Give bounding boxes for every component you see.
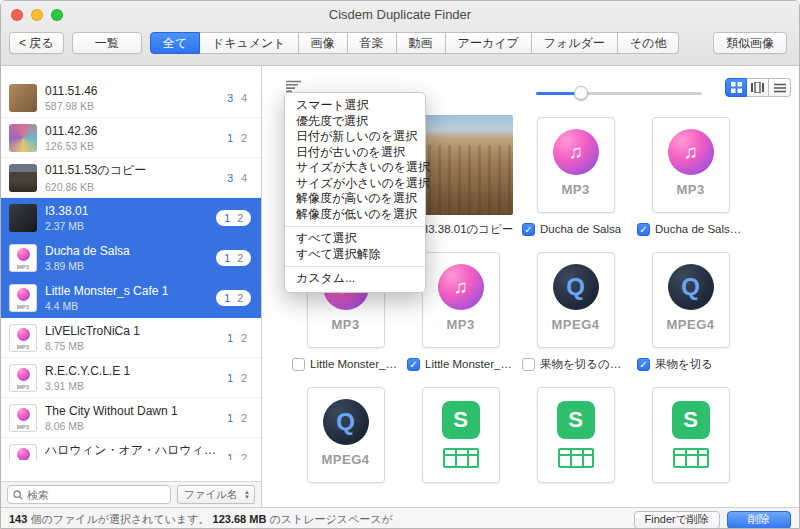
file-thumbnail xyxy=(9,164,37,192)
sidebar-item-011-42-36[interactable]: 011.42.36 126.53 KB 1 2 xyxy=(1,118,261,158)
delete-with-finder-button[interactable]: Finderで削除 xyxy=(634,511,720,529)
total-count: 2 xyxy=(241,332,247,344)
menu-item-select-oldest[interactable]: 日付が古いのを選択 xyxy=(285,145,425,161)
sidebar-item-011-51-46[interactable]: 011.51.46 587.98 KB 3 4 xyxy=(1,78,261,118)
item-checkbox[interactable] xyxy=(522,358,535,371)
list-icon xyxy=(774,83,786,93)
selected-count: 1 xyxy=(227,332,233,344)
filter-label: ファイル名 xyxy=(184,488,242,502)
delete-button[interactable]: 削除 xyxy=(727,511,791,529)
view-list-button[interactable] xyxy=(769,78,791,97)
file-size: 3.89 MB xyxy=(45,260,216,272)
statusbar: 143 個のファイルが選択されています。 123.68 MB のストレージスペー… xyxy=(1,507,799,529)
thumbnail-size-slider[interactable] xyxy=(536,86,702,100)
item-checkbox[interactable]: ✓ xyxy=(637,223,650,236)
duplicate-count-badge: 1 2 xyxy=(216,210,251,226)
file-name: 011.42.36 xyxy=(45,124,223,138)
file-info: Ducha de Salsa 3.89 MB xyxy=(45,244,216,272)
duplicate-count-badge: 3 4 xyxy=(223,172,251,184)
search-input[interactable] xyxy=(27,489,165,501)
sidebar: 011.51.46 587.98 KB 3 4 011.42.36 126.53… xyxy=(1,66,262,507)
file-type-label: MPEG4 xyxy=(666,317,714,332)
tab-archives[interactable]: アーカイブ xyxy=(446,32,532,54)
filename-filter-select[interactable]: ファイル名 ▲▼ xyxy=(177,485,255,504)
grid-item[interactable]: S xyxy=(407,382,514,487)
menu-item-select-newest[interactable]: 日付が新しいのを選択 xyxy=(285,129,425,145)
music-note-icon: ♫ xyxy=(553,129,599,175)
mpeg4-file-icon-wrap: Q MPEG4 xyxy=(522,247,629,352)
file-info: R.E.C.Y.C.L.E 1 3.91 MB xyxy=(45,364,223,392)
tab-documents[interactable]: ドキュメント xyxy=(200,32,299,54)
tab-folders[interactable]: フォルダー xyxy=(532,32,618,54)
similar-images-button[interactable]: 類似画像 xyxy=(713,32,787,54)
mpeg4-file-icon-wrap: Q MPEG4 xyxy=(637,247,744,352)
grid-item[interactable]: Q MPEG4 xyxy=(292,382,399,487)
sidebar-item-ducha-de-salsa[interactable]: Ducha de Salsa 3.89 MB 1 2 xyxy=(1,238,261,278)
mpeg4-file-icon: Q MPEG4 xyxy=(652,252,730,348)
grid-item[interactable]: S xyxy=(522,382,629,487)
tab-images[interactable]: 画像 xyxy=(299,32,348,54)
menu-item-smart-select[interactable]: スマート選択 xyxy=(285,98,425,114)
mp3-file-thumbnail xyxy=(9,324,37,352)
minimize-window-button[interactable] xyxy=(31,9,43,21)
slider-knob[interactable] xyxy=(574,86,588,100)
item-checkbox[interactable]: ✓ xyxy=(637,358,650,371)
menu-item-select-largest[interactable]: サイズが大きいのを選択 xyxy=(285,160,425,176)
sidebar-item-recycle-1[interactable]: R.E.C.Y.C.L.E 1 3.91 MB 1 2 xyxy=(1,358,261,398)
grid-item[interactable]: Q MPEG4 果物を切るのコピー xyxy=(522,247,629,372)
item-label: I3.38.01のコピー xyxy=(425,222,513,237)
mp3-file-thumbnail xyxy=(9,284,37,312)
sidebar-item-little-monsters-cafe-1[interactable]: Little Monster_s Cafe 1 4.4 MB 1 2 xyxy=(1,278,261,318)
tab-videos[interactable]: 動画 xyxy=(397,32,446,54)
search-box[interactable] xyxy=(7,485,171,504)
view-coverflow-button[interactable] xyxy=(747,78,769,97)
grid-item[interactable]: S xyxy=(637,382,744,487)
sidebar-item-the-city-without-dawn-1[interactable]: The City Without Dawn 1 8.06 MB 1 2 xyxy=(1,398,261,438)
menu-item-select-low-resolution[interactable]: 解像度が低いのを選択 xyxy=(285,207,425,223)
sidebar-item-i3-38-01[interactable]: I3.38.01 2.37 MB 1 2 xyxy=(1,198,261,238)
mp3-file-thumbnail xyxy=(9,444,37,461)
grid-item[interactable]: ♫ MP3 ✓ Ducha de Salsa 1 xyxy=(637,112,744,237)
item-checkbox[interactable]: ✓ xyxy=(407,358,420,371)
file-name: Little Monster_s Cafe 1 xyxy=(45,284,216,298)
view-grid-button[interactable] xyxy=(725,78,747,97)
menu-item-deselect-all[interactable]: すべて選択解除 xyxy=(285,247,425,263)
menu-item-custom[interactable]: カスタム... xyxy=(285,271,425,287)
sidebar-item-011-51-53-copy[interactable]: 011.51.53のコピー 620.86 KB 3 4 xyxy=(1,158,261,198)
selected-count: 1 xyxy=(227,372,233,384)
total-count: 2 xyxy=(241,132,247,144)
list-view-button[interactable]: 一覧 xyxy=(72,32,142,54)
tab-music[interactable]: 音楽 xyxy=(348,32,397,54)
quicktime-icon: Q xyxy=(553,264,599,310)
grid-item[interactable]: Q MPEG4 ✓ 果物を切る xyxy=(637,247,744,372)
zoom-window-button[interactable] xyxy=(51,9,63,21)
s-badge-icon: S xyxy=(442,401,480,439)
item-label: Ducha de Salsa 1 xyxy=(655,223,744,235)
file-size: 2.37 MB xyxy=(45,220,216,232)
close-window-button[interactable] xyxy=(11,9,23,21)
grid-item[interactable]: ♫ MP3 ✓ Ducha de Salsa xyxy=(522,112,629,237)
tab-all[interactable]: 全て xyxy=(150,32,200,54)
item-checkbox[interactable]: ✓ xyxy=(522,223,535,236)
menu-item-select-all[interactable]: すべて選択 xyxy=(285,231,425,247)
item-caption: ✓ 果物を切る xyxy=(637,356,744,372)
back-button[interactable]: < 戻る xyxy=(9,32,64,54)
table-glyph-icon xyxy=(673,448,709,468)
duplicate-count-badge: 1 2 xyxy=(223,372,251,384)
mp3-file-thumbnail xyxy=(9,364,37,392)
s-document-icon: S xyxy=(422,387,500,483)
file-size: 4.4 MB xyxy=(45,300,216,312)
menu-item-select-high-resolution[interactable]: 解像度が高いのを選択 xyxy=(285,191,425,207)
item-checkbox[interactable] xyxy=(292,358,305,371)
sidebar-item-halloween-or-halloween-1[interactable]: ハロウィン・オア・ハロウィン 1 9.75 MB 1 2 xyxy=(1,438,261,460)
file-info: 011.42.36 126.53 KB xyxy=(45,124,223,152)
quicktime-icon: Q xyxy=(668,264,714,310)
menu-item-select-smallest[interactable]: サイズが小さいのを選択 xyxy=(285,176,425,192)
file-info: Little Monster_s Cafe 1 4.4 MB xyxy=(45,284,216,312)
table-glyph-icon xyxy=(558,448,594,468)
tab-others[interactable]: その他 xyxy=(618,32,680,54)
selected-count: 3 xyxy=(227,92,233,104)
total-count: 2 xyxy=(241,412,247,424)
sidebar-item-livellctronica-1[interactable]: LiVELlcTroNiCa 1 8.75 MB 1 2 xyxy=(1,318,261,358)
menu-item-select-by-priority[interactable]: 優先度で選択 xyxy=(285,114,425,130)
